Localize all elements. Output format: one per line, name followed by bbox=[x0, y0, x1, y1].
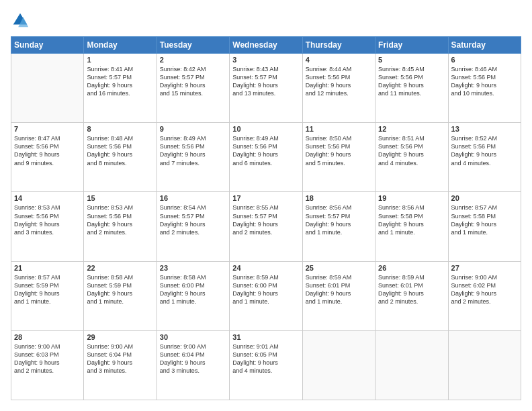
header-row: SundayMondayTuesdayWednesdayThursdayFrid… bbox=[11, 37, 521, 54]
day-number: 26 bbox=[378, 264, 445, 272]
header bbox=[11, 11, 521, 30]
calendar-cell: 2Sunrise: 8:42 AM Sunset: 5:57 PM Daylig… bbox=[157, 54, 229, 123]
logo-icon bbox=[11, 11, 30, 30]
calendar-cell: 14Sunrise: 8:53 AM Sunset: 5:56 PM Dayli… bbox=[11, 192, 84, 261]
calendar-week-row: 21Sunrise: 8:57 AM Sunset: 5:59 PM Dayli… bbox=[11, 261, 521, 330]
day-number: 22 bbox=[87, 264, 153, 272]
day-info: Sunrise: 9:01 AM Sunset: 6:05 PM Dayligh… bbox=[232, 342, 299, 375]
day-number: 31 bbox=[232, 333, 299, 341]
calendar-cell bbox=[448, 330, 521, 400]
calendar-week-row: 14Sunrise: 8:53 AM Sunset: 5:56 PM Dayli… bbox=[11, 192, 521, 261]
day-info: Sunrise: 8:49 AM Sunset: 5:56 PM Dayligh… bbox=[232, 134, 299, 167]
calendar-cell: 17Sunrise: 8:55 AM Sunset: 5:57 PM Dayli… bbox=[230, 192, 302, 261]
day-info: Sunrise: 8:48 AM Sunset: 5:56 PM Dayligh… bbox=[87, 134, 153, 167]
weekday-header: Friday bbox=[375, 37, 448, 54]
day-number: 8 bbox=[87, 125, 153, 133]
day-number: 29 bbox=[87, 333, 153, 341]
day-number: 6 bbox=[451, 56, 518, 64]
day-number: 18 bbox=[306, 194, 372, 202]
calendar-cell: 16Sunrise: 8:54 AM Sunset: 5:57 PM Dayli… bbox=[157, 192, 229, 261]
day-info: Sunrise: 8:58 AM Sunset: 6:00 PM Dayligh… bbox=[160, 273, 226, 306]
weekday-header: Wednesday bbox=[230, 37, 302, 54]
day-number: 23 bbox=[160, 264, 226, 272]
calendar-table: SundayMondayTuesdayWednesdayThursdayFrid… bbox=[11, 36, 521, 400]
calendar-cell: 4Sunrise: 8:44 AM Sunset: 5:56 PM Daylig… bbox=[302, 54, 375, 123]
day-number: 3 bbox=[232, 56, 299, 64]
day-info: Sunrise: 8:58 AM Sunset: 5:59 PM Dayligh… bbox=[87, 273, 153, 306]
calendar-cell: 25Sunrise: 8:59 AM Sunset: 6:01 PM Dayli… bbox=[302, 261, 375, 330]
day-info: Sunrise: 8:46 AM Sunset: 5:56 PM Dayligh… bbox=[451, 65, 518, 98]
calendar-cell: 7Sunrise: 8:47 AM Sunset: 5:56 PM Daylig… bbox=[11, 123, 84, 192]
calendar-cell: 6Sunrise: 8:46 AM Sunset: 5:56 PM Daylig… bbox=[448, 54, 521, 123]
calendar-cell bbox=[302, 330, 375, 400]
calendar-cell: 23Sunrise: 8:58 AM Sunset: 6:00 PM Dayli… bbox=[157, 261, 229, 330]
day-number: 4 bbox=[306, 56, 372, 64]
calendar-cell: 10Sunrise: 8:49 AM Sunset: 5:56 PM Dayli… bbox=[230, 123, 302, 192]
day-info: Sunrise: 8:51 AM Sunset: 5:56 PM Dayligh… bbox=[378, 134, 445, 167]
calendar-cell: 8Sunrise: 8:48 AM Sunset: 5:56 PM Daylig… bbox=[84, 123, 157, 192]
weekday-header: Saturday bbox=[448, 37, 521, 54]
calendar-cell: 5Sunrise: 8:45 AM Sunset: 5:56 PM Daylig… bbox=[375, 54, 448, 123]
calendar-week-row: 7Sunrise: 8:47 AM Sunset: 5:56 PM Daylig… bbox=[11, 123, 521, 192]
day-info: Sunrise: 8:55 AM Sunset: 5:57 PM Dayligh… bbox=[232, 203, 299, 236]
calendar-cell: 1Sunrise: 8:41 AM Sunset: 5:57 PM Daylig… bbox=[84, 54, 157, 123]
calendar-cell bbox=[375, 330, 448, 400]
calendar-cell: 11Sunrise: 8:50 AM Sunset: 5:56 PM Dayli… bbox=[302, 123, 375, 192]
calendar-cell: 15Sunrise: 8:53 AM Sunset: 5:56 PM Dayli… bbox=[84, 192, 157, 261]
calendar-cell: 3Sunrise: 8:43 AM Sunset: 5:57 PM Daylig… bbox=[230, 54, 302, 123]
calendar-cell: 18Sunrise: 8:56 AM Sunset: 5:57 PM Dayli… bbox=[302, 192, 375, 261]
calendar-cell: 12Sunrise: 8:51 AM Sunset: 5:56 PM Dayli… bbox=[375, 123, 448, 192]
calendar-cell: 24Sunrise: 8:59 AM Sunset: 6:00 PM Dayli… bbox=[230, 261, 302, 330]
day-info: Sunrise: 8:57 AM Sunset: 5:59 PM Dayligh… bbox=[14, 273, 81, 306]
weekday-header: Thursday bbox=[302, 37, 375, 54]
day-number: 9 bbox=[160, 125, 226, 133]
day-number: 21 bbox=[14, 264, 81, 272]
day-number: 30 bbox=[160, 333, 226, 341]
day-number: 1 bbox=[87, 56, 153, 64]
day-info: Sunrise: 8:44 AM Sunset: 5:56 PM Dayligh… bbox=[306, 65, 372, 98]
day-info: Sunrise: 8:50 AM Sunset: 5:56 PM Dayligh… bbox=[306, 134, 372, 167]
day-info: Sunrise: 8:45 AM Sunset: 5:56 PM Dayligh… bbox=[378, 65, 445, 98]
calendar-cell: 21Sunrise: 8:57 AM Sunset: 5:59 PM Dayli… bbox=[11, 261, 84, 330]
day-info: Sunrise: 8:59 AM Sunset: 6:01 PM Dayligh… bbox=[378, 273, 445, 306]
calendar-cell: 20Sunrise: 8:57 AM Sunset: 5:58 PM Dayli… bbox=[448, 192, 521, 261]
day-number: 7 bbox=[14, 125, 81, 133]
day-info: Sunrise: 8:57 AM Sunset: 5:58 PM Dayligh… bbox=[451, 203, 518, 236]
calendar-cell: 27Sunrise: 9:00 AM Sunset: 6:02 PM Dayli… bbox=[448, 261, 521, 330]
day-number: 16 bbox=[160, 194, 226, 202]
calendar-cell: 19Sunrise: 8:56 AM Sunset: 5:58 PM Dayli… bbox=[375, 192, 448, 261]
day-number: 14 bbox=[14, 194, 81, 202]
calendar-cell: 30Sunrise: 9:00 AM Sunset: 6:04 PM Dayli… bbox=[157, 330, 229, 400]
calendar-cell: 13Sunrise: 8:52 AM Sunset: 5:56 PM Dayli… bbox=[448, 123, 521, 192]
day-number: 20 bbox=[451, 194, 518, 202]
weekday-header: Sunday bbox=[11, 37, 84, 54]
day-info: Sunrise: 9:00 AM Sunset: 6:04 PM Dayligh… bbox=[87, 342, 153, 375]
day-info: Sunrise: 8:52 AM Sunset: 5:56 PM Dayligh… bbox=[451, 134, 518, 167]
day-info: Sunrise: 8:53 AM Sunset: 5:56 PM Dayligh… bbox=[87, 203, 153, 236]
page: SundayMondayTuesdayWednesdayThursdayFrid… bbox=[0, 0, 532, 411]
day-number: 27 bbox=[451, 264, 518, 272]
day-number: 5 bbox=[378, 56, 445, 64]
calendar-cell: 28Sunrise: 9:00 AM Sunset: 6:03 PM Dayli… bbox=[11, 330, 84, 400]
calendar-cell: 9Sunrise: 8:49 AM Sunset: 5:56 PM Daylig… bbox=[157, 123, 229, 192]
day-number: 25 bbox=[306, 264, 372, 272]
day-number: 12 bbox=[378, 125, 445, 133]
day-info: Sunrise: 9:00 AM Sunset: 6:04 PM Dayligh… bbox=[160, 342, 226, 375]
day-info: Sunrise: 8:53 AM Sunset: 5:56 PM Dayligh… bbox=[14, 203, 81, 236]
calendar-cell: 22Sunrise: 8:58 AM Sunset: 5:59 PM Dayli… bbox=[84, 261, 157, 330]
logo bbox=[11, 11, 32, 30]
calendar-week-row: 28Sunrise: 9:00 AM Sunset: 6:03 PM Dayli… bbox=[11, 330, 521, 400]
day-info: Sunrise: 8:59 AM Sunset: 6:01 PM Dayligh… bbox=[306, 273, 372, 306]
day-info: Sunrise: 9:00 AM Sunset: 6:03 PM Dayligh… bbox=[14, 342, 81, 375]
day-number: 24 bbox=[232, 264, 299, 272]
day-number: 17 bbox=[232, 194, 299, 202]
day-info: Sunrise: 8:47 AM Sunset: 5:56 PM Dayligh… bbox=[14, 134, 81, 167]
calendar-week-row: 1Sunrise: 8:41 AM Sunset: 5:57 PM Daylig… bbox=[11, 54, 521, 123]
calendar-cell bbox=[11, 54, 84, 123]
day-number: 19 bbox=[378, 194, 445, 202]
day-info: Sunrise: 8:43 AM Sunset: 5:57 PM Dayligh… bbox=[232, 65, 299, 98]
day-info: Sunrise: 9:00 AM Sunset: 6:02 PM Dayligh… bbox=[451, 273, 518, 306]
day-number: 10 bbox=[232, 125, 299, 133]
day-number: 11 bbox=[306, 125, 372, 133]
day-number: 28 bbox=[14, 333, 81, 341]
